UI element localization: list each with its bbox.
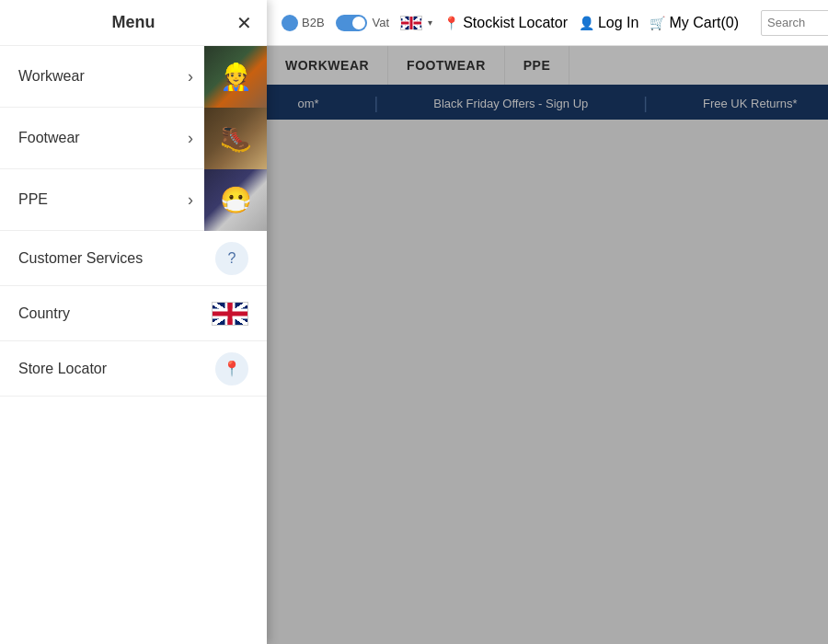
country-selector[interactable]: ▾ <box>400 16 432 30</box>
country-label: Country <box>18 305 212 322</box>
stockist-locator-label: Stockist Locator <box>463 15 568 31</box>
pin-icon: 📍 <box>443 16 459 30</box>
customer-services-icon: ? <box>215 242 248 275</box>
menu-country[interactable]: Country <box>0 286 267 341</box>
store-locator-label: Store Locator <box>18 361 215 377</box>
log-in-link[interactable]: 👤 Log In <box>579 15 638 31</box>
search-box[interactable]: 🔍 <box>761 10 828 36</box>
stockist-locator-link[interactable]: 📍 Stockist Locator <box>443 15 568 31</box>
country-chevron: ▾ <box>428 17 432 28</box>
menu-customer-services[interactable]: Customer Services ? <box>0 231 267 286</box>
customer-services-label: Customer Services <box>18 250 215 267</box>
ppe-arrow: › <box>177 186 204 213</box>
sidebar-header: Menu ✕ <box>0 0 267 46</box>
footwear-arrow: › <box>177 124 204 152</box>
user-icon: 👤 <box>579 16 594 30</box>
cart-label: My Cart(0) <box>669 15 739 31</box>
store-locator-icon: 📍 <box>215 352 248 385</box>
footwear-image <box>204 108 267 169</box>
ppe-label: PPE <box>0 191 177 208</box>
b2b-badge[interactable]: B2B <box>282 15 325 31</box>
cart-icon: 🛒 <box>650 16 665 30</box>
log-in-label: Log In <box>598 15 638 31</box>
footwear-label: Footwear <box>0 130 177 146</box>
workwear-label: Workwear <box>0 68 177 85</box>
menu-item-ppe[interactable]: PPE › <box>0 169 267 231</box>
toggle-switch[interactable] <box>336 15 367 31</box>
ppe-image <box>204 169 267 231</box>
country-flag-icon <box>212 302 248 326</box>
b2b-icon <box>282 15 298 31</box>
menu-store-locator[interactable]: Store Locator 📍 <box>0 341 267 397</box>
flag-uk-icon <box>400 16 422 30</box>
vat-toggle[interactable]: Vat <box>336 15 390 31</box>
menu-title: Menu <box>112 13 155 32</box>
vat-label: Vat <box>373 16 390 29</box>
close-button[interactable]: ✕ <box>236 14 252 32</box>
search-input[interactable] <box>767 16 828 29</box>
workwear-image <box>204 46 267 108</box>
header-nav: B2B Vat ▾ 📍 Stockist Locator 👤 Log In <box>282 10 828 36</box>
workwear-arrow: › <box>177 63 204 90</box>
menu-item-footwear[interactable]: Footwear › <box>0 108 267 169</box>
menu-item-workwear[interactable]: Workwear › <box>0 46 267 108</box>
sidebar-menu: Menu ✕ Workwear › Footwear › PPE › Custo… <box>0 0 267 644</box>
cart-link[interactable]: 🛒 My Cart(0) <box>650 15 739 31</box>
b2b-label: B2B <box>302 16 325 29</box>
